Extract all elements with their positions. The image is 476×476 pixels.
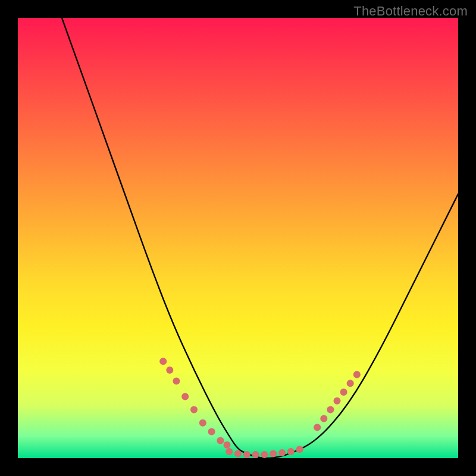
data-dot bbox=[347, 380, 354, 387]
data-dot bbox=[261, 451, 268, 458]
data-dots-group bbox=[159, 358, 361, 458]
data-dot bbox=[278, 449, 286, 456]
data-dot bbox=[340, 389, 347, 396]
data-dot bbox=[181, 393, 189, 400]
data-dot bbox=[327, 406, 334, 414]
data-dot bbox=[314, 424, 321, 431]
data-dot bbox=[199, 419, 206, 427]
data-dot bbox=[190, 406, 198, 414]
data-dot bbox=[287, 448, 295, 455]
data-dot bbox=[270, 450, 277, 458]
data-dot bbox=[226, 448, 233, 455]
data-dot bbox=[217, 437, 224, 444]
chart-plot-area bbox=[18, 18, 458, 458]
data-dot bbox=[166, 367, 173, 374]
data-dot bbox=[296, 446, 303, 453]
watermark-label: TheBottleneck.com bbox=[353, 4, 468, 19]
data-dot bbox=[252, 451, 259, 458]
bottleneck-curve bbox=[62, 18, 458, 458]
chart-outer-frame: TheBottleneck.com bbox=[0, 0, 476, 476]
data-dot bbox=[224, 441, 231, 449]
data-dot bbox=[334, 397, 341, 405]
data-dot bbox=[353, 371, 361, 378]
data-dot bbox=[234, 450, 242, 458]
data-dot bbox=[243, 451, 250, 458]
data-dot bbox=[208, 428, 215, 436]
data-dot bbox=[173, 378, 180, 385]
data-dot bbox=[320, 415, 327, 422]
chart-svg bbox=[18, 18, 458, 458]
data-dot bbox=[159, 358, 167, 365]
